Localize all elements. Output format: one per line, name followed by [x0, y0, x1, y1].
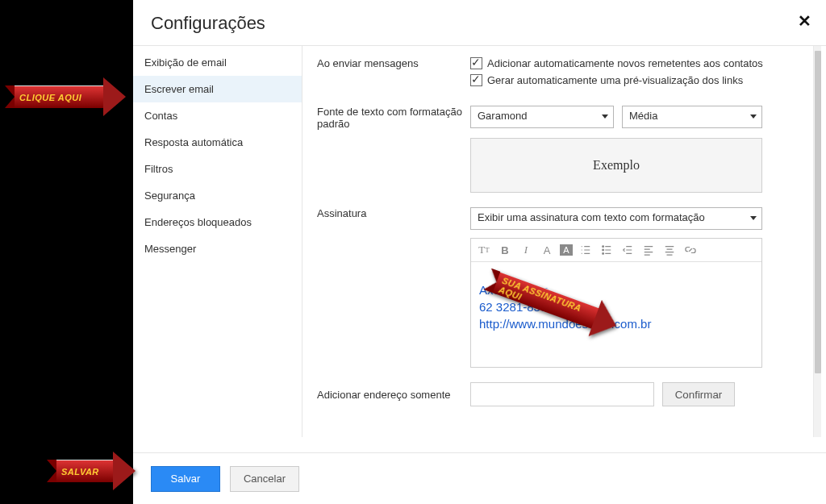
dialog-header: Configurações ✕	[133, 0, 826, 45]
sidebar-item-messenger[interactable]: Messenger	[133, 235, 302, 262]
align-center-icon[interactable]	[661, 242, 678, 258]
select-value: Exibir uma assinatura com texto com form…	[478, 211, 705, 223]
font-preview: Exemplo	[470, 138, 762, 193]
sidebar-item-contas[interactable]: Contas	[133, 102, 302, 129]
sidebar-item-label: Escrever email	[144, 83, 214, 95]
sidebar-item-seguranca[interactable]: Segurança	[133, 182, 302, 209]
sidebar-item-exibicao[interactable]: Exibição de email	[133, 49, 302, 76]
editor-toolbar: TT B I A A	[471, 239, 761, 262]
list-bullet-icon[interactable]	[599, 242, 615, 258]
sidebar-item-escrever[interactable]: Escrever email	[133, 76, 302, 102]
signature-label: Assinatura	[317, 207, 470, 368]
annotation-arrow-clique-aqui: CLIQUE AQUI	[5, 77, 126, 116]
settings-content: Ao enviar mensagens Adicionar automatica…	[302, 46, 826, 437]
sidebar-item-enderecos[interactable]: Endereços bloqueados	[133, 209, 302, 235]
outdent-icon[interactable]	[620, 242, 636, 258]
align-left-icon[interactable]	[640, 242, 657, 258]
font-label: Fonte de texto com formatação padrão	[317, 106, 470, 193]
svg-point-0	[603, 246, 604, 248]
scrollbar-thumb[interactable]	[815, 51, 821, 373]
annotation-arrow-salvar: SALVAR	[47, 452, 136, 490]
sidebar-item-filtros[interactable]: Filtros	[133, 156, 302, 182]
chevron-down-icon	[750, 216, 757, 220]
sidebar-item-label: Segurança	[144, 190, 195, 202]
select-value: Média	[629, 110, 657, 122]
add-address-label: Adicionar endereço somente	[317, 389, 470, 401]
sidebar-item-label: Filtros	[144, 163, 173, 175]
font-size-select[interactable]: Média	[622, 106, 762, 128]
list-numbered-icon[interactable]	[578, 242, 594, 258]
checkbox-link-preview[interactable]: Gerar automaticamente uma pré-visualizaç…	[470, 74, 803, 86]
font-color-icon[interactable]: A	[539, 242, 555, 258]
svg-point-2	[603, 253, 604, 255]
chevron-down-icon	[602, 115, 608, 119]
cancel-button[interactable]: Cancelar	[230, 466, 299, 492]
confirm-button[interactable]: Confirmar	[662, 382, 735, 406]
italic-icon[interactable]: I	[518, 242, 534, 258]
settings-dialog: Configurações ✕ Exibição de email Escrev…	[133, 0, 826, 504]
settings-sidebar: Exibição de email Escrever email Contas …	[133, 46, 302, 437]
sidebar-item-resposta[interactable]: Resposta automática	[133, 129, 302, 156]
checkbox-icon[interactable]	[470, 74, 482, 86]
checkbox-label: Adicionar automaticamente novos remetent…	[487, 57, 763, 69]
send-label: Ao enviar mensagens	[317, 57, 470, 91]
dialog-body: Exibição de email Escrever email Contas …	[133, 45, 826, 437]
text-size-icon[interactable]: TT	[476, 242, 492, 258]
highlight-icon[interactable]: A	[560, 244, 573, 256]
add-address-input[interactable]	[470, 382, 654, 406]
sidebar-item-label: Messenger	[144, 243, 196, 255]
sidebar-item-label: Contas	[144, 110, 177, 122]
sidebar-item-label: Resposta automática	[144, 136, 243, 148]
link-icon[interactable]	[682, 242, 699, 258]
font-family-select[interactable]: Garamond	[470, 106, 614, 128]
signature-mode-select[interactable]: Exibir uma assinatura com texto com form…	[470, 207, 762, 230]
scrollbar[interactable]	[813, 46, 821, 437]
select-value: Garamond	[478, 110, 527, 122]
chevron-down-icon	[750, 115, 757, 119]
dialog-footer: Salvar Cancelar	[133, 452, 826, 504]
svg-point-1	[603, 249, 604, 251]
save-button[interactable]: Salvar	[151, 466, 220, 492]
checkbox-label: Gerar automaticamente uma pré-visualizaç…	[487, 74, 743, 86]
sidebar-item-label: Endereços bloqueados	[144, 216, 252, 228]
page-title: Configurações	[151, 13, 265, 33]
bold-icon[interactable]: B	[497, 242, 513, 258]
sidebar-item-label: Exibição de email	[144, 56, 227, 69]
checkbox-add-contacts[interactable]: Adicionar automaticamente novos remetent…	[470, 57, 803, 69]
checkbox-icon[interactable]	[470, 57, 482, 69]
close-icon[interactable]: ✕	[798, 11, 811, 31]
